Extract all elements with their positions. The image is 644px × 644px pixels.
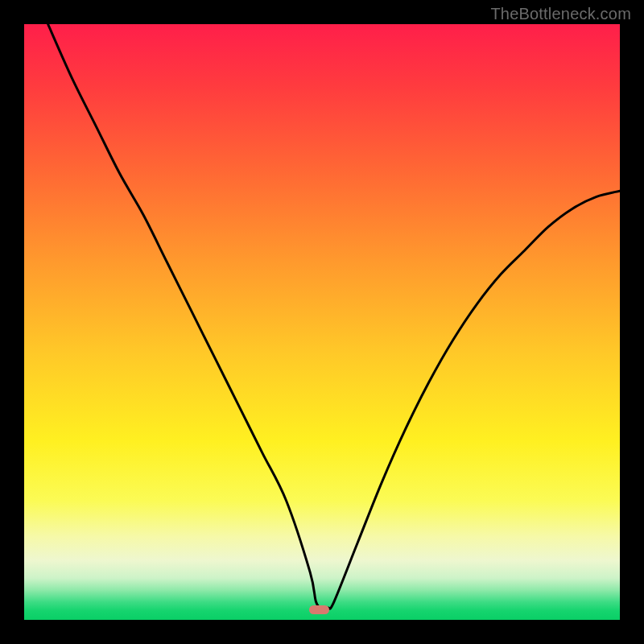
bottleneck-curve <box>24 24 620 620</box>
watermark-label: TheBottleneck.com <box>490 5 631 23</box>
optimal-point-marker <box>309 605 329 615</box>
chart-frame: TheBottleneck.com <box>0 0 644 644</box>
plot-area <box>24 24 620 620</box>
